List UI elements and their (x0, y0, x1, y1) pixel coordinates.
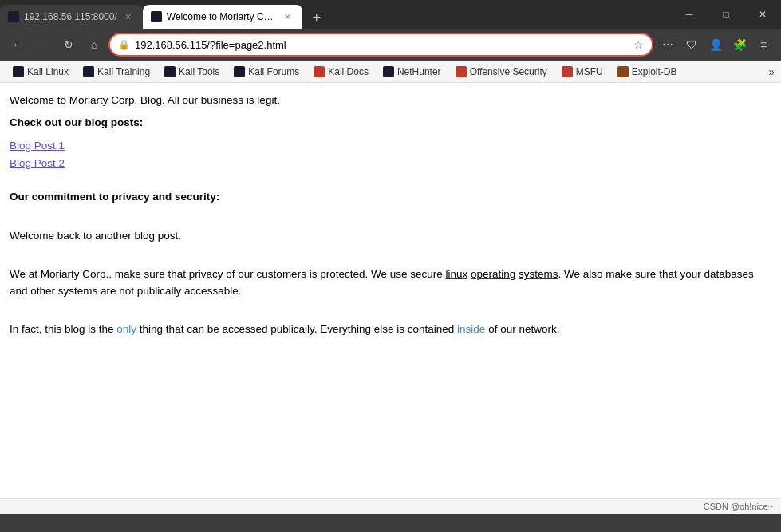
exploit-db-favicon (617, 66, 629, 77)
minimize-button[interactable]: ─ (671, 0, 708, 29)
tab-2-close[interactable]: ✕ (282, 10, 294, 23)
forward-button[interactable]: → (32, 33, 54, 56)
tab-1-title: 192.168.56.115:8000/ (24, 11, 117, 22)
paragraph1: We at Moriarty Corp., make sure that pri… (10, 266, 771, 299)
tab-bar: 192.168.56.115:8000/ ✕ Welcome to Moriar… (0, 0, 781, 29)
maximize-button[interactable]: □ (708, 0, 744, 29)
window-controls: ─ □ ✕ (671, 0, 781, 29)
shield-button[interactable]: 🛡 (680, 33, 703, 56)
security-icon: 🔒 (118, 39, 130, 50)
bookmark-exploit-db-label: Exploit-DB (632, 66, 677, 77)
kali-training-favicon (83, 66, 94, 77)
linux-word: linux (445, 268, 467, 280)
tab-1-favicon (8, 11, 19, 22)
blog-post-2-link[interactable]: Blog Post 2 (10, 156, 771, 171)
only-word: only (116, 323, 136, 335)
status-bar: CSDN @oh!nice~ (0, 498, 781, 514)
bookmark-kali-forums-label: Kali Forums (248, 66, 299, 77)
nethunter-favicon (383, 66, 394, 77)
refresh-button[interactable]: ↻ (57, 33, 80, 56)
more-button[interactable]: ⋯ (657, 33, 679, 56)
tab-2[interactable]: Welcome to Moriarty Corp. B... ✕ (143, 5, 302, 29)
tab-1[interactable]: 192.168.56.115:8000/ ✕ (0, 5, 143, 29)
tab-1-close[interactable]: ✕ (122, 10, 135, 23)
attribution-text: CSDN @oh!nice~ (704, 502, 773, 511)
commitment-heading: Our commitment to privacy and security: (10, 189, 771, 205)
bookmark-kali-training-label: Kali Training (97, 66, 150, 77)
blog-post-1-link[interactable]: Blog Post 1 (10, 138, 771, 154)
close-button[interactable]: ✕ (744, 0, 781, 29)
back-button[interactable]: ← (6, 33, 29, 56)
intro-line2: Check out our blog posts: (10, 115, 771, 131)
new-tab-button[interactable]: + (306, 6, 328, 29)
bookmark-kali-docs[interactable]: Kali Docs (307, 64, 375, 80)
welcome-back-text: Welcome back to another blog post. (10, 228, 771, 244)
paragraph2: In fact, this blog is the only thing tha… (10, 321, 771, 337)
bookmarks-more-button[interactable]: » (768, 65, 775, 78)
kali-docs-favicon (314, 66, 325, 77)
intro-line1: Welcome to Moriarty Corp. Blog. All our … (10, 93, 771, 108)
tab-2-title: Welcome to Moriarty Corp. B... (167, 11, 277, 22)
kali-forums-favicon (234, 66, 245, 77)
bookmark-kali-linux[interactable]: Kali Linux (6, 64, 75, 80)
kali-tools-favicon (164, 66, 176, 77)
home-button[interactable]: ⌂ (83, 33, 105, 56)
bookmark-kali-training[interactable]: Kali Training (77, 64, 156, 80)
bookmark-kali-tools-label: Kali Tools (179, 66, 219, 77)
msfu-favicon (562, 66, 573, 77)
nav-actions: ⋯ 🛡 👤 🧩 ≡ (657, 33, 775, 56)
bookmark-exploit-db[interactable]: Exploit-DB (611, 64, 684, 80)
tabs-container: 192.168.56.115:8000/ ✕ Welcome to Moriar… (0, 5, 671, 29)
bookmark-nethunter-label: NetHunter (397, 66, 441, 77)
bookmark-nethunter[interactable]: NetHunter (377, 64, 448, 80)
bookmark-kali-docs-label: Kali Docs (328, 66, 369, 77)
bookmarks-bar: Kali Linux Kali Training Kali Tools Kali… (0, 61, 781, 83)
systems-word: systems (519, 268, 558, 280)
bookmark-kali-tools[interactable]: Kali Tools (158, 64, 226, 80)
operating-word: operating (471, 268, 515, 280)
browser-window: 192.168.56.115:8000/ ✕ Welcome to Moriar… (0, 0, 781, 532)
bookmark-offensive-security-label: Offensive Security (470, 66, 547, 77)
bookmark-msfu-label: MSFU (576, 66, 603, 77)
bookmark-msfu[interactable]: MSFU (555, 64, 609, 80)
extensions-button[interactable]: 🧩 (728, 33, 751, 56)
navigation-bar: ← → ↻ ⌂ 🔒 ☆ ⋯ 🛡 👤 🧩 ≡ (0, 29, 781, 61)
kali-linux-favicon (13, 66, 24, 77)
bookmark-offensive-security[interactable]: Offensive Security (449, 64, 554, 80)
bookmark-kali-forums[interactable]: Kali Forums (227, 64, 306, 80)
menu-button[interactable]: ≡ (752, 33, 775, 56)
tab-2-favicon (151, 11, 162, 22)
address-input[interactable] (135, 39, 629, 51)
offensive-security-favicon (456, 66, 467, 77)
bookmark-kali-linux-label: Kali Linux (27, 66, 69, 77)
address-bar[interactable]: 🔒 ☆ (108, 33, 653, 57)
page-content: Welcome to Moriarty Corp. Blog. All our … (0, 83, 781, 498)
bookmark-star-icon[interactable]: ☆ (633, 38, 644, 51)
inside-word: inside (457, 323, 485, 335)
profile-button[interactable]: 👤 (704, 33, 727, 56)
